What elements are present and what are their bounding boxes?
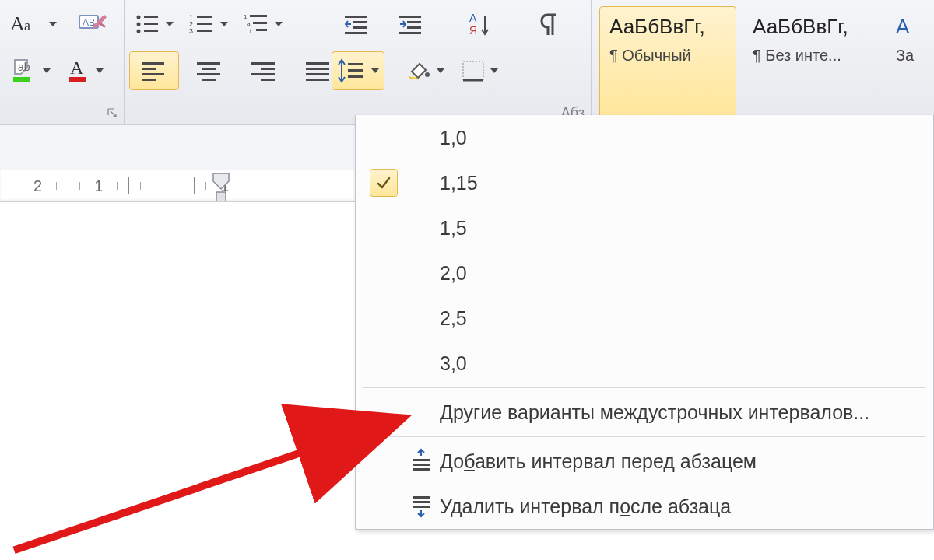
- font-color-button[interactable]: A: [61, 51, 111, 90]
- paragraph-group: A Я: [327, 0, 592, 124]
- sort-button[interactable]: A Я: [455, 5, 504, 44]
- svg-rect-27: [142, 68, 156, 70]
- highlight-color-button[interactable]: ab: [5, 51, 56, 90]
- svg-rect-7: [69, 77, 86, 82]
- svg-point-12: [137, 30, 141, 33]
- ribbon: A a AB ab: [0, 0, 934, 125]
- svg-text:3: 3: [189, 27, 193, 35]
- check-icon: [370, 169, 398, 171]
- svg-rect-36: [251, 73, 275, 75]
- svg-text:A: A: [10, 12, 25, 35]
- decrease-indent-button[interactable]: [332, 5, 381, 44]
- align-left-button[interactable]: [129, 51, 179, 90]
- svg-point-8: [137, 16, 141, 19]
- svg-rect-5: [13, 77, 30, 82]
- svg-rect-34: [251, 62, 275, 65]
- svg-point-10: [137, 23, 141, 26]
- svg-rect-49: [399, 32, 421, 34]
- styles-gallery: АаБбВвГг, ¶ Обычный АаБбВвГг, ¶ Без инте…: [592, 0, 934, 124]
- align-right-button[interactable]: [238, 51, 288, 90]
- svg-rect-42: [345, 16, 367, 18]
- style-no-spacing[interactable]: АаБбВвГг, ¶ Без инте...: [743, 6, 880, 118]
- svg-rect-41: [306, 79, 329, 81]
- svg-text:ab: ab: [18, 61, 30, 73]
- style-sample: АаБбВвГг,: [753, 10, 869, 47]
- svg-rect-30: [197, 62, 220, 65]
- svg-rect-52: [348, 63, 363, 65]
- svg-rect-39: [306, 68, 329, 70]
- svg-rect-29: [142, 79, 156, 81]
- svg-text:a: a: [24, 18, 30, 33]
- spacing-option-1-15[interactable]: 1,15: [356, 160, 933, 171]
- svg-rect-23: [253, 22, 267, 24]
- svg-rect-19: [197, 30, 212, 32]
- svg-text:A: A: [70, 58, 84, 78]
- multilevel-list-button[interactable]: 1 a i: [238, 5, 288, 44]
- style-name: За: [896, 47, 919, 65]
- svg-rect-56: [463, 61, 483, 80]
- svg-rect-11: [144, 23, 158, 25]
- svg-rect-46: [399, 16, 421, 18]
- svg-rect-37: [261, 79, 275, 81]
- svg-rect-40: [306, 73, 329, 75]
- svg-rect-35: [261, 68, 275, 70]
- svg-rect-47: [407, 21, 421, 23]
- svg-text:i: i: [250, 27, 251, 34]
- increase-indent-button[interactable]: [386, 5, 436, 44]
- change-case-button[interactable]: A a: [5, 5, 62, 44]
- show-marks-button[interactable]: [523, 5, 573, 44]
- style-name: ¶ Обычный: [609, 47, 726, 65]
- svg-rect-53: [348, 69, 363, 72]
- borders-button[interactable]: [455, 51, 504, 90]
- style-heading-partial[interactable]: А За: [886, 6, 929, 118]
- shading-button[interactable]: [400, 51, 450, 90]
- spacing-option-1-0[interactable]: 1,0: [356, 115, 933, 160]
- dialog-launcher-icon[interactable]: [105, 106, 119, 120]
- svg-rect-54: [348, 75, 363, 78]
- svg-rect-38: [306, 62, 329, 65]
- svg-rect-45: [345, 32, 367, 34]
- font-group: A a AB ab: [0, 0, 125, 124]
- svg-rect-43: [353, 21, 367, 23]
- line-spacing-button[interactable]: [332, 51, 384, 90]
- svg-rect-15: [197, 16, 212, 18]
- svg-rect-31: [202, 68, 216, 70]
- ruler[interactable]: 2 1 1: [0, 170, 356, 171]
- svg-rect-32: [197, 73, 220, 75]
- svg-rect-26: [142, 62, 164, 65]
- numbering-button[interactable]: 1 2 3: [184, 5, 234, 44]
- svg-rect-13: [144, 30, 158, 32]
- svg-rect-25: [256, 29, 267, 31]
- style-sample: АаБбВвГг,: [609, 10, 726, 47]
- style-normal[interactable]: АаБбВвГг, ¶ Обычный: [599, 6, 736, 118]
- style-name: ¶ Без инте...: [753, 47, 869, 65]
- svg-point-55: [425, 72, 430, 77]
- svg-rect-9: [144, 16, 158, 18]
- svg-text:Я: Я: [469, 24, 477, 37]
- clear-formatting-button[interactable]: AB: [67, 5, 117, 44]
- line-spacing-menu: 1,0 1,15 1,5 2,0 2,5 3,0 Другие варианты…: [355, 115, 934, 171]
- lists-group: 1 2 3 1 a i: [125, 0, 327, 124]
- style-sample: А: [896, 10, 919, 47]
- svg-rect-28: [142, 73, 164, 75]
- svg-rect-17: [197, 23, 212, 25]
- svg-text:a: a: [247, 20, 251, 27]
- svg-text:1: 1: [244, 13, 248, 20]
- svg-rect-33: [202, 79, 216, 81]
- svg-rect-44: [353, 26, 367, 29]
- svg-rect-21: [250, 15, 267, 17]
- bullets-button[interactable]: [129, 5, 179, 44]
- svg-rect-48: [407, 26, 421, 29]
- svg-text:A: A: [469, 12, 477, 24]
- align-center-button[interactable]: [184, 51, 234, 90]
- indent-marker-icon[interactable]: [210, 170, 232, 171]
